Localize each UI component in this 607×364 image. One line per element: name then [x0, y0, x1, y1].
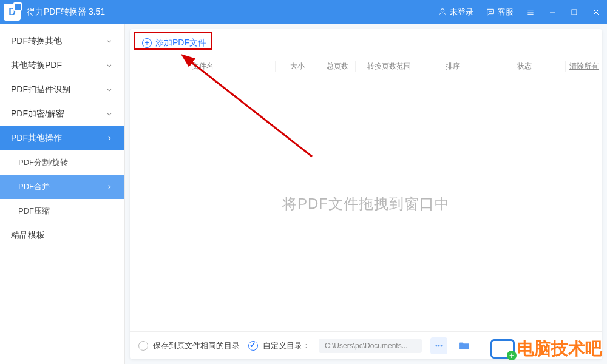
- table-header: 文件名 大小 总页数 转换页数范围 排序 状态 清除所有: [130, 56, 602, 76]
- nav-label: PDF加密/解密: [11, 109, 64, 120]
- browse-folder-button[interactable]: [456, 337, 473, 354]
- nav-label: 精品模板: [11, 230, 45, 241]
- th-size: 大小: [276, 61, 319, 72]
- login-label: 未登录: [450, 7, 473, 18]
- arrow-right-icon: [105, 183, 114, 191]
- app-logo: D: [4, 4, 21, 21]
- th-filename: 文件名: [130, 61, 276, 72]
- svg-point-0: [441, 9, 444, 12]
- maximize-icon: [569, 7, 579, 17]
- custom-dir-label: 自定义目录：: [263, 340, 310, 351]
- login-button[interactable]: 未登录: [432, 0, 480, 24]
- nav-other-to-pdf[interactable]: 其他转换PDF: [0, 53, 124, 78]
- maximize-button[interactable]: [563, 0, 585, 24]
- dropzone-text: 将PDF文件拖拽到窗口中: [282, 194, 450, 214]
- close-button[interactable]: [585, 0, 607, 24]
- plus-icon: +: [142, 38, 152, 48]
- svg-point-1: [489, 11, 490, 12]
- menu-button[interactable]: [520, 0, 541, 24]
- th-order: 排序: [422, 61, 483, 72]
- nav-ocr[interactable]: PDF扫描件识别: [0, 78, 124, 102]
- chevron-down-icon: [105, 86, 114, 94]
- radio-unchecked-icon: [138, 341, 148, 351]
- nav-label: 其他转换PDF: [11, 60, 62, 71]
- sidebar: PDF转换其他 其他转换PDF PDF扫描件识别 PDF加密/解密 PDF其他操…: [0, 24, 125, 364]
- nav-sub-label: PDF压缩: [18, 206, 50, 217]
- close-icon: [591, 7, 601, 17]
- chevron-down-icon: [105, 61, 114, 70]
- menu-icon: [526, 7, 535, 17]
- nav-sub-label: PDF分割/旋转: [18, 157, 68, 168]
- toolbar: + 添加PDF文件: [130, 29, 602, 56]
- nav-sub-merge[interactable]: PDF合并: [0, 175, 124, 199]
- nav-label: PDF转换其他: [11, 36, 62, 47]
- content-panel: + 添加PDF文件 文件名 大小 总页数 转换页数范围 排序 状态 清除所有 将…: [130, 29, 602, 359]
- add-pdf-label: 添加PDF文件: [155, 38, 206, 49]
- minimize-button[interactable]: [541, 0, 563, 24]
- nav-sub-split[interactable]: PDF分割/旋转: [0, 150, 124, 175]
- save-custom-dir-option[interactable]: 自定义目录：: [248, 340, 310, 351]
- footer-bar: 保存到原文件相同的目录 自定义目录： C:\Users\pc\Documents…: [130, 331, 602, 359]
- nav-other-ops[interactable]: PDF其他操作: [0, 126, 124, 150]
- svg-point-11: [436, 345, 437, 346]
- nav-templates[interactable]: 精品模板: [0, 223, 124, 248]
- app-title: 得力PDF转换器 3.51: [27, 7, 105, 18]
- dropzone[interactable]: 将PDF文件拖拽到窗口中: [130, 76, 602, 331]
- dots-icon: [435, 342, 443, 350]
- save-same-dir-option[interactable]: 保存到原文件相同的目录: [138, 340, 240, 351]
- app-window: D 得力PDF转换器 3.51 未登录 客服 PDF转换其他: [0, 0, 607, 364]
- path-options-button[interactable]: [430, 337, 447, 354]
- output-path: C:\Users\pc\Documents...: [319, 339, 422, 353]
- th-status: 状态: [483, 61, 566, 72]
- th-pages: 总页数: [319, 61, 356, 72]
- chevron-right-icon: [105, 134, 114, 143]
- nav-pdf-to-other[interactable]: PDF转换其他: [0, 29, 124, 53]
- svg-point-3: [492, 11, 492, 12]
- svg-point-13: [441, 345, 442, 346]
- th-range: 转换页数范围: [356, 61, 422, 72]
- titlebar: D 得力PDF转换器 3.51 未登录 客服: [0, 0, 607, 24]
- svg-point-12: [438, 345, 439, 346]
- nav-sub-compress[interactable]: PDF压缩: [0, 199, 124, 223]
- nav-label: PDF其他操作: [11, 133, 62, 144]
- minimize-icon: [548, 7, 557, 17]
- user-icon: [438, 7, 447, 17]
- nav-encrypt[interactable]: PDF加密/解密: [0, 102, 124, 126]
- add-pdf-button[interactable]: + 添加PDF文件: [137, 35, 211, 51]
- svg-point-2: [490, 11, 491, 12]
- svg-rect-8: [572, 10, 577, 15]
- nav-sub-label: PDF合并: [18, 181, 50, 192]
- chevron-down-icon: [105, 110, 114, 118]
- nav-label: PDF扫描件识别: [11, 84, 70, 95]
- folder-icon: [458, 340, 470, 352]
- radio-checked-icon: [248, 341, 258, 351]
- same-dir-label: 保存到原文件相同的目录: [153, 340, 240, 351]
- clear-all-button[interactable]: 清除所有: [566, 61, 602, 72]
- chevron-down-icon: [105, 37, 114, 46]
- support-button[interactable]: 客服: [480, 0, 520, 24]
- support-label: 客服: [498, 7, 514, 18]
- chat-icon: [486, 7, 495, 17]
- main-area: + 添加PDF文件 文件名 大小 总页数 转换页数范围 排序 状态 清除所有 将…: [125, 24, 607, 364]
